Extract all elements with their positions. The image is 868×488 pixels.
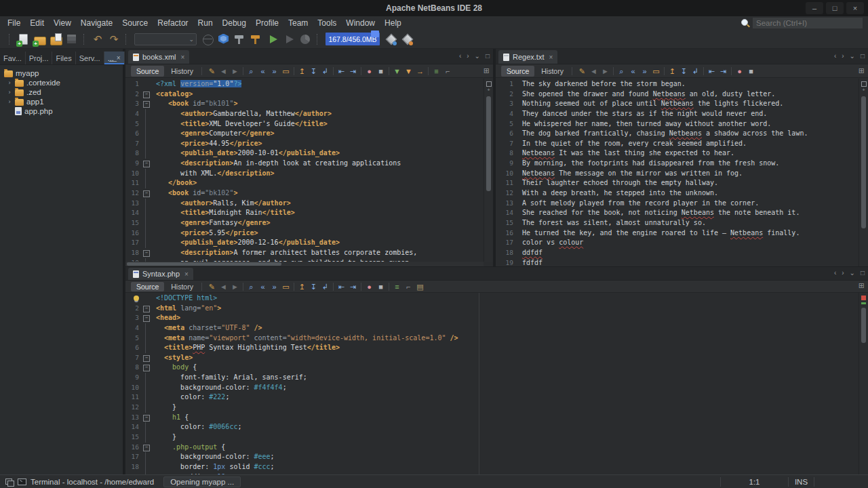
scroll-tabs-right-icon[interactable]: ›	[467, 52, 469, 60]
chevron-right-icon[interactable]: ›	[7, 79, 12, 86]
scroll-tabs-left-icon[interactable]: ‹	[459, 52, 461, 60]
indent-icon[interactable]: ⌐	[403, 281, 414, 293]
back-icon[interactable]: ◄	[589, 65, 599, 77]
sidebar-tab-serv[interactable]: Serv...	[76, 52, 104, 64]
last-edit-icon[interactable]: ✎	[207, 65, 217, 77]
prev-match-icon[interactable]: ▼	[392, 65, 402, 77]
db-icon[interactable]: ▤	[415, 281, 425, 293]
code-area-regex-txt[interactable]: 1The sky darkened before the storm began…	[496, 79, 859, 266]
find-previous-icon[interactable]: «	[628, 65, 638, 77]
source-button[interactable]: Source	[131, 66, 164, 77]
code-fold-icon[interactable]	[140, 89, 151, 100]
uncomment-icon[interactable]: ↧	[309, 65, 319, 77]
scroll-tabs-left-icon[interactable]: ‹	[834, 52, 836, 60]
window-maximize-button[interactable]: □	[826, 2, 844, 14]
code-fold-icon[interactable]	[140, 188, 151, 199]
close-icon[interactable]: ×	[184, 270, 189, 278]
split-editor-icon[interactable]: ⊞	[484, 66, 490, 75]
comment-icon[interactable]: ↥	[297, 281, 307, 293]
code-fold-icon[interactable]	[140, 99, 151, 109]
menu-item-navigate[interactable]: Navigate	[76, 17, 117, 29]
error-stripe-php[interactable]	[859, 293, 868, 474]
new-project-icon[interactable]	[31, 31, 47, 47]
diff-icon[interactable]: ≡	[431, 65, 441, 77]
maximize-editor-icon[interactable]: □	[861, 52, 865, 60]
scroll-tabs-right-icon[interactable]: ›	[842, 269, 844, 277]
history-button[interactable]: History	[538, 67, 567, 75]
last-edit-icon[interactable]: ✎	[207, 281, 217, 293]
stop-macro-icon[interactable]: ■	[376, 281, 386, 293]
history-button[interactable]: History	[167, 67, 197, 75]
forward-icon[interactable]: ►	[230, 281, 240, 293]
stop-macro-icon[interactable]: ■	[746, 65, 756, 77]
back-icon[interactable]: ◄	[218, 281, 229, 293]
team-sync-icon[interactable]	[399, 31, 415, 47]
diff-icon[interactable]: ≡	[392, 281, 402, 293]
next-bookmark-icon[interactable]: ⇥	[348, 281, 358, 293]
back-icon[interactable]: ◄	[218, 65, 229, 77]
tab-list-icon[interactable]: ⌄	[850, 269, 855, 277]
comment-icon[interactable]: ↥	[297, 65, 307, 77]
toggle-highlight-icon[interactable]: ▭	[651, 65, 661, 77]
menu-item-help[interactable]: Help	[380, 17, 406, 29]
format-icon[interactable]: ↲	[320, 281, 330, 293]
hint-bulb-icon[interactable]	[134, 296, 139, 301]
tab-list-icon[interactable]: ⌄	[475, 52, 480, 60]
uncomment-icon[interactable]: ↧	[679, 65, 689, 77]
vertical-scrollbar-thumb[interactable]	[861, 96, 866, 228]
sidebar-tab-fav[interactable]: Fav...	[0, 52, 26, 64]
code-area-syntax-php[interactable]: <!DOCTYPE html>2<html lang="en">3<head>4…	[125, 293, 859, 474]
team-diff-icon[interactable]	[382, 31, 399, 47]
code-fold-icon[interactable]	[140, 353, 151, 363]
toggle-highlight-icon[interactable]: ▭	[281, 65, 291, 77]
source-button[interactable]: Source	[131, 282, 164, 291]
new-file-icon[interactable]	[15, 31, 31, 47]
tab-syntax-php[interactable]: Syntax.php ×	[128, 268, 193, 280]
tab-regex-txt[interactable]: Regex.txt ×	[498, 50, 557, 64]
sidebar-tab-files[interactable]: Files	[52, 52, 75, 64]
split-editor-icon[interactable]: ⊞	[859, 281, 865, 290]
menu-item-profile[interactable]: Profile	[251, 17, 283, 29]
tab-list-icon[interactable]: ⌄	[850, 52, 855, 60]
menu-item-file[interactable]: File	[3, 17, 25, 29]
menu-item-refactor[interactable]: Refactor	[153, 17, 193, 29]
find-previous-icon[interactable]: «	[258, 65, 268, 77]
format-icon[interactable]: ↲	[320, 65, 330, 77]
menu-item-source[interactable]: Source	[117, 17, 153, 29]
record-macro-icon[interactable]: ●	[364, 281, 374, 293]
forward-icon[interactable]: ►	[600, 65, 610, 77]
menu-item-team[interactable]: Team	[283, 17, 313, 29]
goto-icon[interactable]: →	[415, 65, 425, 77]
prev-bookmark-icon[interactable]: ⇤	[336, 281, 347, 293]
last-edit-icon[interactable]: ✎	[577, 65, 587, 77]
window-switch-icon[interactable]	[5, 479, 14, 485]
config-combobox[interactable]: ⌄	[134, 33, 197, 45]
tree-item-cortexide[interactable]: ›.cortexide	[0, 78, 123, 87]
code-fold-icon[interactable]	[140, 363, 151, 373]
code-fold-icon[interactable]	[140, 159, 151, 169]
next-bookmark-icon[interactable]: ⇥	[718, 65, 728, 77]
vertical-scrollbar-thumb[interactable]	[486, 96, 491, 191]
insert-mode-indicator[interactable]: INS	[788, 477, 814, 487]
tab-books-xml[interactable]: books.xml ×	[128, 50, 189, 64]
next-bookmark-icon[interactable]: ⇥	[348, 65, 358, 77]
window-minimize-button[interactable]: –	[806, 2, 823, 14]
toggle-highlight-icon[interactable]: ▭	[281, 281, 291, 293]
find-selection-icon[interactable]: ⌕	[246, 281, 256, 293]
tree-item-app-php[interactable]: app.php	[0, 106, 123, 116]
menu-item-view[interactable]: View	[49, 17, 76, 29]
save-all-icon[interactable]	[64, 31, 80, 47]
code-fold-icon[interactable]	[140, 443, 151, 453]
error-mark[interactable]	[861, 296, 866, 300]
code-area-books-xml[interactable]: 1<?xml version="1.0"?>2<catalog>3 <book …	[125, 79, 484, 262]
scroll-tabs-left-icon[interactable]: ‹	[834, 269, 836, 277]
undo-icon[interactable]: ↶	[90, 31, 106, 47]
terminal-icon[interactable]	[18, 479, 26, 485]
record-macro-icon[interactable]: ●	[364, 65, 374, 77]
maximize-editor-icon[interactable]: □	[861, 269, 865, 277]
terminal-status[interactable]: Terminal - localhost - /home/edward	[31, 478, 154, 486]
find-next-icon[interactable]: »	[639, 65, 650, 77]
uncomment-icon[interactable]: ↧	[309, 281, 319, 293]
code-fold-icon[interactable]	[140, 313, 151, 323]
profile-project-icon[interactable]	[297, 31, 313, 47]
